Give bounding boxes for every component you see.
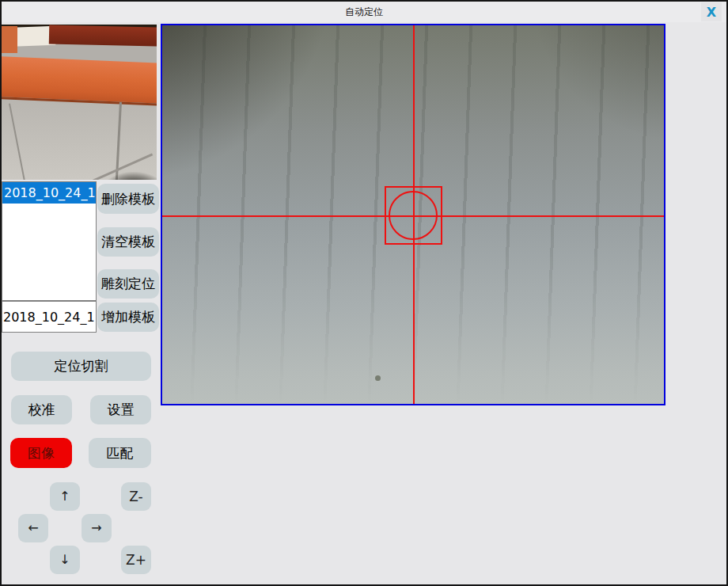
match-button[interactable]: 匹配 [89, 438, 151, 468]
thumb-orange-patch [2, 26, 17, 53]
jog-z-minus-button[interactable]: Z- [121, 482, 151, 511]
jog-up-button[interactable]: ↑ [50, 482, 80, 511]
close-icon[interactable]: X [701, 2, 722, 21]
jog-down-button[interactable]: ↓ [50, 546, 80, 574]
settings-button[interactable]: 设置 [90, 395, 151, 424]
template-thumbnail-image [2, 25, 157, 180]
add-template-button[interactable]: 增加模板 [97, 303, 159, 332]
thumb-tile-grout-line [9, 104, 30, 180]
dialog-title: 自动定位 [345, 6, 383, 19]
engrave-position-button[interactable]: 雕刻定位 [97, 269, 159, 299]
thumb-maroon-plank [49, 25, 157, 47]
calibrate-button[interactable]: 校准 [11, 395, 72, 424]
camera-speck [375, 375, 381, 381]
template-list-item[interactable]: 2018_10_24_11 [2, 182, 96, 204]
position-cut-button[interactable]: 定位切割 [11, 352, 151, 381]
jog-right-button[interactable]: → [82, 514, 112, 542]
thumb-orange-beam [2, 56, 157, 106]
target-circle-overlay [389, 191, 438, 240]
delete-template-button[interactable]: 删除模板 [97, 184, 159, 214]
image-button[interactable]: 图像 [10, 438, 72, 468]
template-name-field[interactable] [2, 301, 97, 333]
title-bar: 自动定位 X [2, 2, 726, 22]
auto-position-dialog: 自动定位 X 2018_10_24_11 删除模板 清空模板 雕刻定位 增加模板… [0, 0, 728, 586]
thumb-dark-object [98, 172, 157, 180]
camera-view[interactable] [161, 24, 665, 405]
clear-templates-button[interactable]: 清空模板 [97, 227, 159, 257]
jog-z-plus-button[interactable]: Z+ [121, 546, 151, 574]
template-list[interactable]: 2018_10_24_11 [2, 181, 97, 301]
jog-left-button[interactable]: ← [18, 514, 48, 542]
